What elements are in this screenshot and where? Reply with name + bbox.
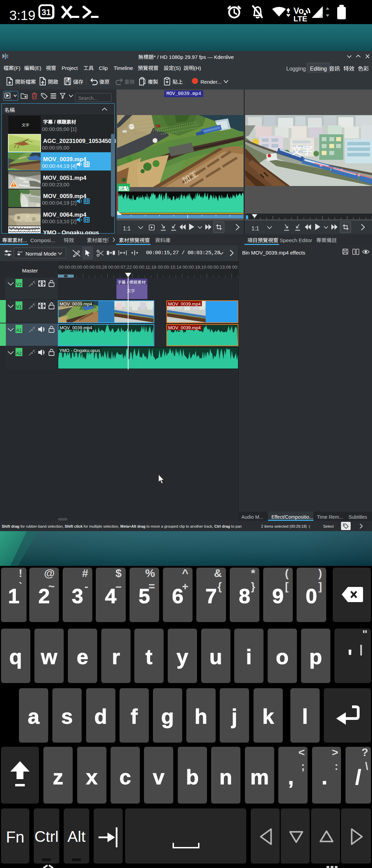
svg-text:00:00:07;22: 00:00:07;22: [108, 265, 132, 270]
svg-text:文字: 文字: [291, 142, 313, 157]
svg-text:00:00:03;26: 00:00:03;26: [83, 265, 107, 270]
svg-text:00:00:11;18: 00:00:11;18: [133, 265, 156, 270]
svg-text:Vo: Vo: [293, 6, 304, 16]
svg-text:00:0: 00:0: [232, 265, 238, 270]
svg-text:00:00:00;00: 00:00:00;00: [59, 265, 82, 270]
svg-text:31: 31: [42, 8, 51, 17]
svg-text:00:00:15;14: 00:00:15;14: [158, 265, 182, 270]
svg-text:LTE: LTE: [293, 14, 307, 23]
svg-text:00:00:19;10: 00:00:19;10: [183, 265, 206, 270]
svg-text:00:00:23;06: 00:00:23;06: [207, 265, 231, 270]
